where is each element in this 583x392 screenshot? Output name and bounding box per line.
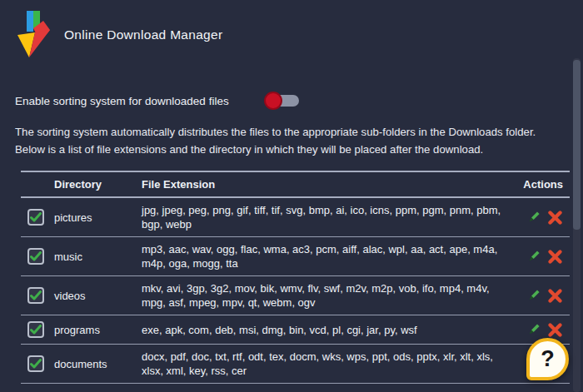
sorting-toggle-label: Enable sorting system for downloaded fil… (15, 95, 229, 107)
row-checkbox[interactable] (27, 209, 44, 226)
row-actions (516, 288, 563, 304)
row-actions (516, 249, 563, 265)
header-actions: Actions (516, 178, 563, 191)
table-row: programs exe, apk, com, deb, msi, dmg, b… (21, 315, 570, 345)
extension-list: exe, apk, com, deb, msi, dmg, bin, vcd, … (142, 323, 511, 337)
x-mark-icon (547, 322, 563, 338)
table-row: videos mkv, avi, 3gp, 3g2, mov, bik, wmv… (21, 276, 570, 315)
help-button[interactable]: ? (526, 338, 569, 380)
delete-button[interactable] (547, 322, 563, 338)
directory-name: documents (54, 358, 137, 370)
row-checkbox[interactable] (27, 287, 44, 304)
delete-button[interactable] (547, 288, 563, 304)
pencil-icon (526, 249, 541, 265)
extension-list: mkv, avi, 3gp, 3g2, mov, bik, wmv, flv, … (142, 281, 511, 310)
app-title: Online Download Manager (64, 27, 222, 42)
directory-name: videos (54, 290, 137, 302)
pencil-icon (526, 288, 541, 304)
checkmark-icon (30, 359, 42, 369)
extension-list: mp3, aac, wav, ogg, flac, wma, ac3, pcm,… (142, 242, 511, 270)
edit-button[interactable] (526, 210, 541, 226)
checkmark-icon (30, 290, 42, 300)
scrollbar-track[interactable] (573, 58, 581, 392)
delete-button[interactable] (547, 249, 563, 265)
extension-list: docx, pdf, doc, txt, rtf, odt, tex, docm… (142, 350, 511, 378)
toggle-knob (264, 92, 282, 110)
extensions-table: Directory File Extension Actions picture… (21, 171, 570, 384)
header-directory: Directory (54, 178, 137, 191)
checkmark-icon (30, 251, 42, 261)
directory-name: programs (54, 324, 137, 336)
extension-list: jpg, jpeg, peg, png, gif, tiff, tif, svg… (142, 203, 511, 231)
x-mark-icon (547, 288, 563, 304)
app-header: Online Download Manager (15, 10, 222, 60)
scrollbar-thumb[interactable] (573, 60, 581, 230)
checkmark-icon (30, 325, 42, 335)
x-mark-icon (547, 249, 563, 265)
question-mark-icon: ? (541, 346, 555, 372)
sorting-toggle[interactable] (264, 92, 299, 110)
table-row: pictures jpg, jpeg, peg, png, gif, tiff,… (21, 198, 570, 237)
row-actions (516, 322, 563, 338)
header-file-extension: File Extension (142, 178, 511, 191)
table-row: music mp3, aac, wav, ogg, flac, wma, ac3… (21, 237, 570, 276)
edit-button[interactable] (526, 249, 541, 265)
pencil-icon (526, 322, 541, 338)
edit-button[interactable] (526, 322, 541, 338)
row-checkbox[interactable] (27, 248, 44, 265)
sorting-toggle-row: Enable sorting system for downloaded fil… (15, 92, 299, 110)
row-checkbox[interactable] (27, 355, 44, 372)
x-mark-icon (547, 210, 563, 226)
directory-name: pictures (54, 211, 137, 224)
table-row: documents docx, pdf, doc, txt, rtf, odt,… (21, 345, 570, 384)
edit-button[interactable] (526, 288, 541, 304)
sorting-description: The sorting system automatically distrib… (15, 124, 561, 158)
table-body: pictures jpg, jpeg, peg, png, gif, tiff,… (21, 198, 570, 384)
checkmark-icon (30, 212, 42, 222)
table-header-row: Directory File Extension Actions (21, 171, 570, 198)
directory-name: music (54, 251, 137, 263)
pencil-icon (526, 210, 541, 226)
delete-button[interactable] (547, 210, 563, 226)
row-checkbox[interactable] (27, 321, 44, 338)
row-actions (516, 210, 563, 226)
download-arrow-icon (15, 10, 52, 60)
